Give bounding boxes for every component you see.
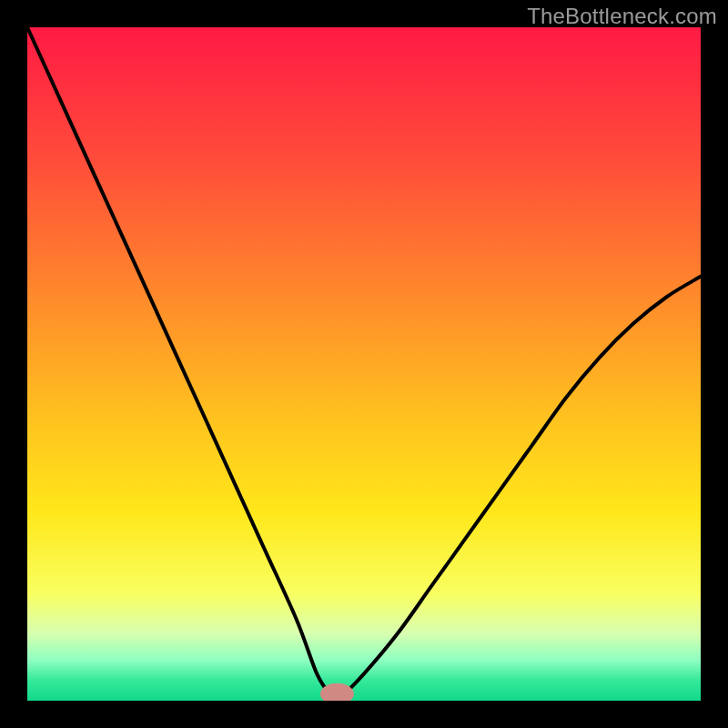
attribution-text: TheBottleneck.com bbox=[527, 4, 717, 29]
gradient-background bbox=[27, 27, 701, 701]
bottleneck-chart bbox=[27, 27, 701, 701]
chart-frame: TheBottleneck.com bbox=[0, 0, 728, 728]
plot-area bbox=[27, 27, 701, 701]
